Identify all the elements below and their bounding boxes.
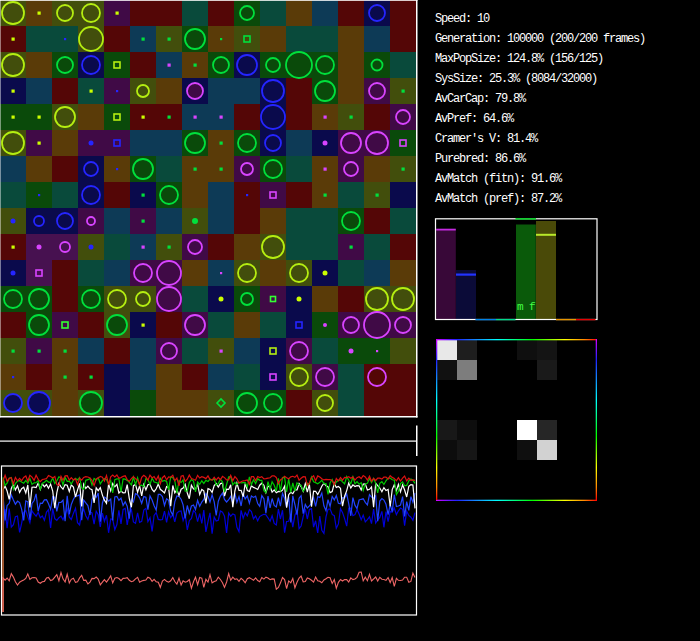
svg-text:Cramer's V: 81.4%: Cramer's V: 81.4%: [435, 132, 539, 146]
svg-text:Speed: 10: Speed: 10: [435, 12, 490, 26]
svg-text:Generation: 100000 (200/200 fr: Generation: 100000 (200/200 frames): [435, 32, 645, 46]
svg-text:Purebred: 86.6%: Purebred: 86.6%: [435, 152, 527, 166]
svg-text:m f: m f: [517, 301, 535, 313]
svg-text:AvMatch (fitn): 91.6%: AvMatch (fitn): 91.6%: [435, 172, 563, 186]
svg-text:AvPref: 64.6%: AvPref: 64.6%: [435, 112, 515, 126]
svg-text:MaxPopSize: 124.8% (156/125): MaxPopSize: 124.8% (156/125): [435, 52, 603, 66]
svg-text:AvCarCap: 79.8%: AvCarCap: 79.8%: [435, 92, 527, 106]
svg-text:SysSize: 25.3% (8084/32000): SysSize: 25.3% (8084/32000): [435, 72, 597, 86]
svg-text:AvMatch (pref): 87.2%: AvMatch (pref): 87.2%: [435, 192, 563, 206]
